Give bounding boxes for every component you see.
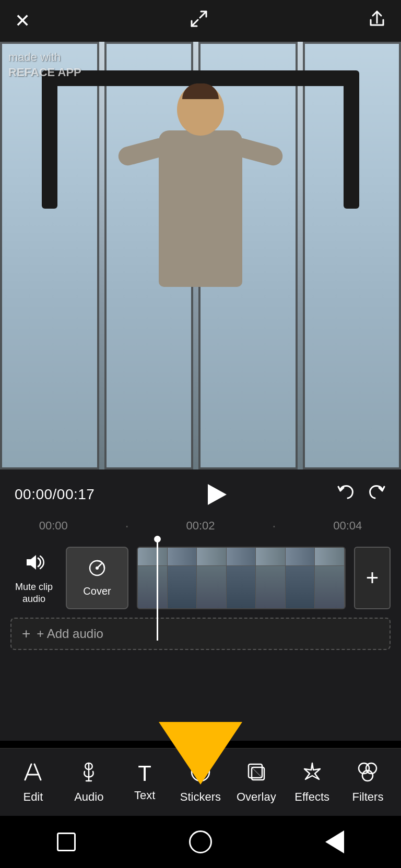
playhead (157, 536, 158, 641)
plus-icon: + (366, 565, 379, 590)
film-frame-1 (138, 548, 168, 608)
nav-circle-button[interactable] (189, 830, 212, 853)
toolbar-item-filters[interactable]: Filters (344, 761, 391, 804)
toolbar-item-audio[interactable]: Audio (65, 761, 112, 804)
overlay-label: Overlay (237, 790, 276, 804)
redo-button[interactable] (367, 483, 386, 507)
mute-label: Mute clipaudio (15, 581, 53, 606)
timecode-4: 00:04 (333, 519, 362, 533)
text-label: Text (134, 789, 155, 802)
watermark: made with REFACE APP (8, 50, 81, 80)
cover-icon (88, 559, 107, 581)
speaker-icon (22, 551, 45, 578)
svg-line-1 (192, 20, 198, 26)
toolbar-item-edit[interactable]: Edit (9, 761, 56, 804)
mute-button[interactable]: Mute clipaudio (10, 551, 57, 606)
playback-controls: 00:00/00:17 (0, 469, 401, 515)
tracks-container: Mute clipaudio Cover (0, 536, 401, 641)
toolbar-item-effects[interactable]: Effects (289, 761, 336, 804)
svg-line-8 (34, 764, 41, 780)
timecode-0: 00:00 (39, 519, 68, 533)
add-audio-bar[interactable]: + + Add audio (10, 618, 391, 650)
add-audio-label: + Add audio (37, 626, 103, 641)
share-button[interactable] (368, 9, 386, 33)
nav-back-button[interactable] (325, 830, 344, 853)
film-frame-5 (256, 548, 286, 608)
svg-marker-3 (27, 555, 36, 570)
edit-label: Edit (23, 790, 43, 804)
video-background: made with REFACE APP (0, 42, 401, 469)
text-icon: T (138, 763, 151, 785)
nav-square-button[interactable] (57, 833, 76, 851)
track-row: Mute clipaudio Cover (0, 547, 401, 609)
timecode-2: 00:02 (186, 519, 215, 533)
triangle-icon (325, 830, 344, 853)
effects-icon (301, 761, 323, 786)
film-frame-4 (227, 548, 256, 608)
top-bar: ✕ (0, 0, 401, 42)
timecode-dot-2: · (272, 517, 276, 534)
play-button[interactable] (200, 479, 231, 510)
audio-label: Audio (74, 790, 103, 804)
svg-line-7 (25, 764, 31, 780)
system-nav (0, 816, 401, 868)
film-frame-7 (315, 548, 345, 608)
video-area: made with REFACE APP (0, 42, 401, 469)
cover-label: Cover (83, 585, 111, 597)
play-icon (208, 484, 227, 505)
undo-button[interactable] (336, 483, 356, 507)
film-frame-3 (197, 548, 227, 608)
timeline-area: 00:00/00:17 00:00 · 00:02 · 00:04 (0, 469, 401, 741)
svg-point-6 (96, 566, 99, 570)
effects-label: Effects (294, 790, 329, 804)
timecode-ruler: 00:00 · 00:02 · 00:04 (0, 515, 401, 536)
film-frame-2 (168, 548, 197, 608)
stickers-label: Stickers (180, 790, 221, 804)
undo-redo-controls (336, 483, 386, 507)
filters-label: Filters (352, 790, 384, 804)
film-frame-6 (286, 548, 315, 608)
cover-thumbnail[interactable]: Cover (66, 547, 128, 609)
filters-icon (357, 761, 379, 786)
overlay-icon (245, 761, 267, 786)
audio-icon (78, 761, 100, 786)
add-audio-icon: + (22, 625, 30, 642)
circle-icon (189, 830, 212, 853)
square-icon (57, 833, 76, 851)
yellow-arrow (159, 722, 242, 785)
timecode-dot-1: · (125, 517, 129, 534)
time-display: 00:00/00:17 (15, 486, 95, 503)
film-strip[interactable] (137, 547, 346, 609)
svg-line-0 (200, 11, 206, 18)
add-clip-button[interactable]: + (354, 547, 391, 609)
close-button[interactable]: ✕ (15, 11, 30, 30)
expand-button[interactable] (190, 9, 208, 33)
edit-icon (22, 761, 44, 786)
